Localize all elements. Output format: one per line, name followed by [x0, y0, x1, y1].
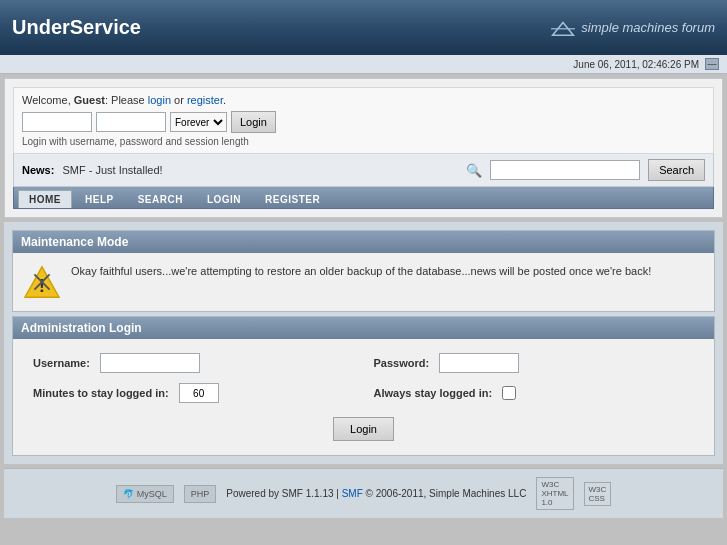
header: UnderService simple machines forum	[0, 0, 727, 55]
admin-login-body: Username: Password: Minutes to stay logg…	[13, 339, 714, 455]
search-icon: 🔍	[466, 163, 482, 178]
login-link[interactable]: login	[148, 94, 171, 106]
nav-item-register[interactable]: REGISTER	[254, 190, 331, 208]
datetime: June 06, 2011, 02:46:26 PM	[573, 59, 699, 70]
news-text: SMF - Just Installed!	[62, 164, 458, 176]
w3-xhtml-text: W3CXHTML1.0	[541, 480, 568, 507]
w3-css-badge: W3CCSS	[584, 482, 612, 506]
maintenance-header: Maintenance Mode	[13, 231, 714, 253]
news-bar: News: SMF - Just Installed! 🔍 Search	[13, 154, 714, 187]
nav-item-help[interactable]: HELP	[74, 190, 125, 208]
mysql-badge: 🐬 MySQL	[116, 485, 174, 503]
always-logged-label: Always stay logged in:	[374, 387, 493, 399]
smf-link[interactable]: SMF	[342, 488, 363, 499]
login-hint: Login with username, password and sessio…	[22, 136, 705, 147]
password-input[interactable]	[96, 112, 166, 132]
always-logged-row: Always stay logged in:	[374, 386, 695, 400]
site-title: UnderService	[12, 16, 141, 39]
footer-text: Powered by SMF 1.1.13 | SMF © 2006-2011,…	[226, 488, 526, 499]
w3-css-text: W3CCSS	[589, 485, 607, 503]
admin-username-input[interactable]	[100, 353, 200, 373]
welcome-or: or	[171, 94, 187, 106]
session-select[interactable]: Forever 1 Hour 1 Day	[170, 112, 227, 132]
nav-bar: HOME HELP SEARCH LOGIN REGISTER	[13, 187, 714, 209]
minutes-input[interactable]	[179, 383, 219, 403]
admin-login-btn-row: Login	[33, 417, 694, 441]
welcome-username: Guest	[74, 94, 105, 106]
smf-logo-icon	[551, 19, 575, 37]
main-area: Maintenance Mode ! Okay faithful users..…	[4, 222, 723, 464]
powered-by: Powered by SMF 1.1.13	[226, 488, 333, 499]
minutes-label: Minutes to stay logged in:	[33, 387, 169, 399]
admin-login-button[interactable]: Login	[333, 417, 394, 441]
welcome-text: Welcome, Guest: Please login or register…	[22, 94, 705, 106]
maintenance-message: Okay faithful users...we're attempting t…	[71, 263, 651, 280]
username-label: Username:	[33, 357, 90, 369]
mysql-icon: 🐬	[123, 489, 134, 499]
password-field-row: Password:	[374, 353, 695, 373]
w3-xhtml-badge: W3CXHTML1.0	[536, 477, 573, 510]
nav-item-home[interactable]: HOME	[18, 190, 72, 208]
welcome-middle: : Please	[105, 94, 148, 106]
nav-item-search[interactable]: SEARCH	[127, 190, 194, 208]
topbar: June 06, 2011, 02:46:26 PM —	[0, 55, 727, 74]
footer-copyright: © 2006-2011, Simple Machines LLC	[366, 488, 527, 499]
username-field-row: Username:	[33, 353, 354, 373]
admin-login-header: Administration Login	[13, 317, 714, 339]
minutes-field-row: Minutes to stay logged in:	[33, 383, 354, 403]
minimize-button[interactable]: —	[705, 58, 719, 70]
warning-icon: !	[23, 263, 61, 301]
welcome-suffix: .	[223, 94, 226, 106]
php-badge: PHP	[184, 485, 217, 503]
news-label: News:	[22, 164, 54, 176]
login-row: Forever 1 Hour 1 Day Login	[22, 111, 705, 133]
footer: 🐬 MySQL PHP Powered by SMF 1.1.13 | SMF …	[4, 468, 723, 518]
maintenance-body: ! Okay faithful users...we're attempting…	[13, 253, 714, 311]
welcome-prefix: Welcome,	[22, 94, 74, 106]
always-logged-checkbox[interactable]	[502, 386, 516, 400]
nav-item-login[interactable]: LOGIN	[196, 190, 252, 208]
content-panel: Welcome, Guest: Please login or register…	[4, 78, 723, 218]
welcome-bar: Welcome, Guest: Please login or register…	[13, 87, 714, 154]
username-input[interactable]	[22, 112, 92, 132]
admin-login-grid: Username: Password: Minutes to stay logg…	[33, 353, 694, 403]
password-label: Password:	[374, 357, 430, 369]
php-icon: PHP	[191, 489, 210, 499]
search-input[interactable]	[490, 160, 640, 180]
smf-label: simple machines forum	[581, 20, 715, 35]
register-link[interactable]: register	[187, 94, 223, 106]
admin-login-box: Administration Login Username: Password:…	[12, 316, 715, 456]
maintenance-box: Maintenance Mode ! Okay faithful users..…	[12, 230, 715, 312]
smf-branding: simple machines forum	[551, 19, 715, 37]
admin-password-input[interactable]	[439, 353, 519, 373]
search-button[interactable]: Search	[648, 159, 705, 181]
login-button[interactable]: Login	[231, 111, 276, 133]
